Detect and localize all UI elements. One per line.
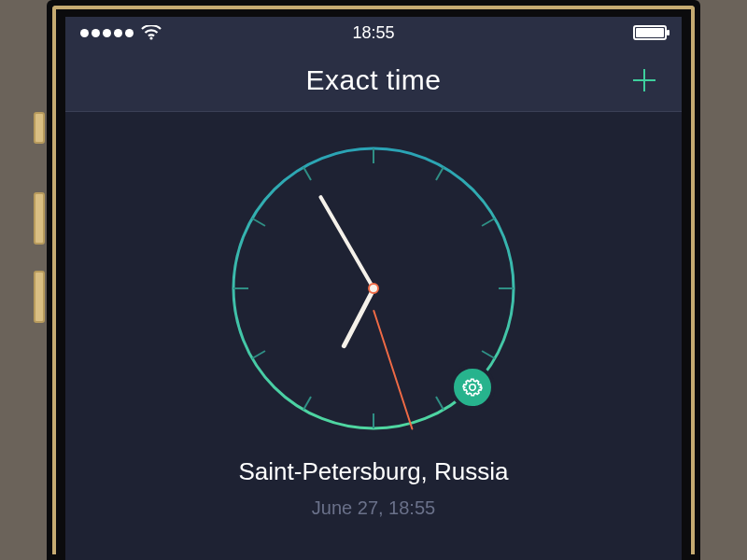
clock-settings-button[interactable] <box>450 365 495 410</box>
statusbar-time: 18:55 <box>352 23 394 43</box>
svg-line-6 <box>482 218 495 226</box>
phone-side-buttons <box>34 112 45 349</box>
signal-strength-icon <box>80 29 134 37</box>
analog-clock <box>229 144 518 433</box>
svg-line-15 <box>303 167 311 180</box>
clock-hub <box>368 283 379 294</box>
clock-section: Saint-Petersburg, Russia June 27, 18:55 <box>65 112 682 519</box>
svg-line-8 <box>482 351 495 358</box>
add-button[interactable] <box>627 63 661 97</box>
svg-line-5 <box>436 167 444 180</box>
gear-icon <box>462 377 483 398</box>
svg-line-14 <box>252 218 265 226</box>
svg-line-9 <box>436 397 444 410</box>
app-screen: 18:55 Exact time <box>65 17 682 560</box>
page-title: Exact time <box>305 64 441 96</box>
svg-line-12 <box>252 351 265 358</box>
status-bar: 18:55 <box>65 17 682 49</box>
plus-icon <box>630 66 658 94</box>
svg-line-11 <box>303 397 311 410</box>
nav-bar: Exact time <box>65 49 682 112</box>
location-name: Saint-Petersburg, Russia <box>238 457 508 486</box>
wifi-icon <box>141 25 162 40</box>
svg-point-0 <box>149 36 152 39</box>
location-subtitle: June 27, 18:55 <box>312 497 435 519</box>
battery-icon <box>633 25 667 40</box>
